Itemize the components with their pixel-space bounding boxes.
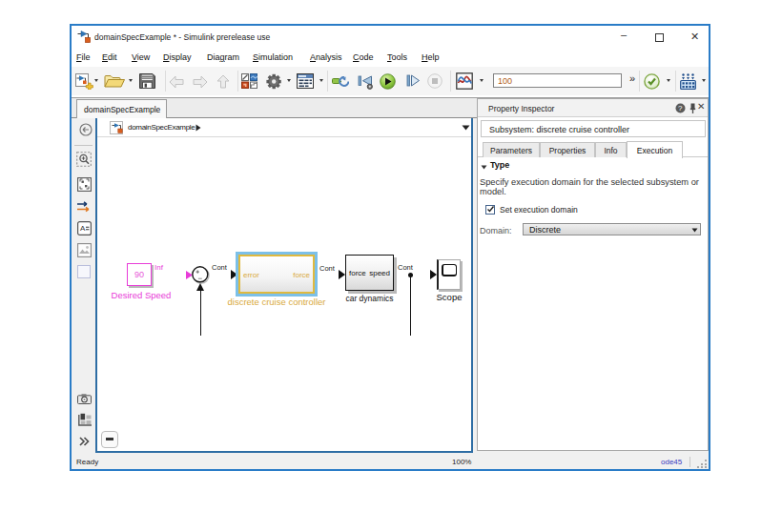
svg-text:?: ? bbox=[678, 104, 683, 113]
svg-text:A: A bbox=[80, 224, 86, 233]
